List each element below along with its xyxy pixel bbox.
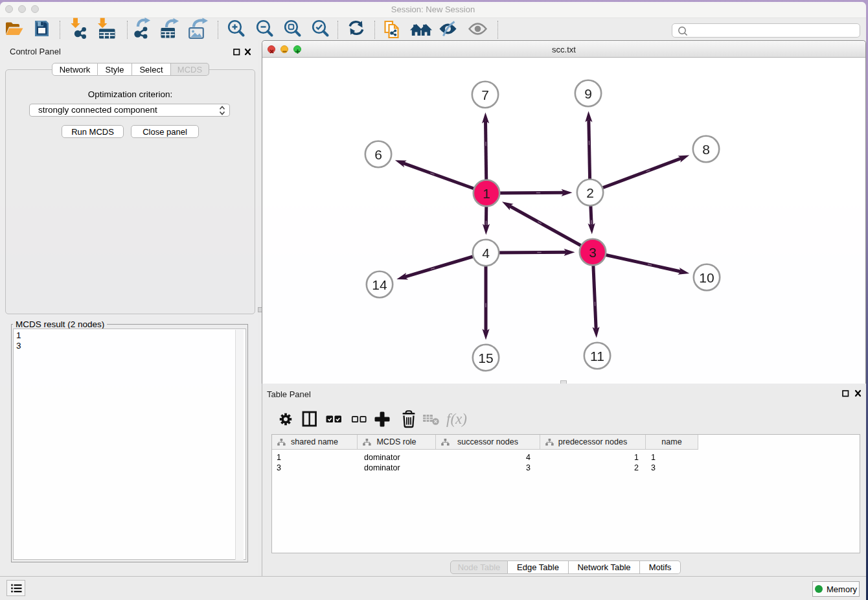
- svg-text:3: 3: [589, 245, 597, 260]
- svg-text:6: 6: [374, 147, 382, 162]
- svg-text:1: 1: [483, 186, 490, 201]
- svg-text:7: 7: [481, 87, 489, 102]
- svg-text:2: 2: [586, 185, 594, 200]
- svg-text:8: 8: [702, 142, 710, 157]
- svg-text:14: 14: [372, 277, 387, 292]
- svg-text:9: 9: [584, 86, 592, 101]
- svg-text:10: 10: [699, 270, 714, 285]
- svg-text:15: 15: [478, 351, 493, 365]
- svg-text:11: 11: [590, 349, 604, 363]
- svg-text:4: 4: [482, 246, 490, 260]
